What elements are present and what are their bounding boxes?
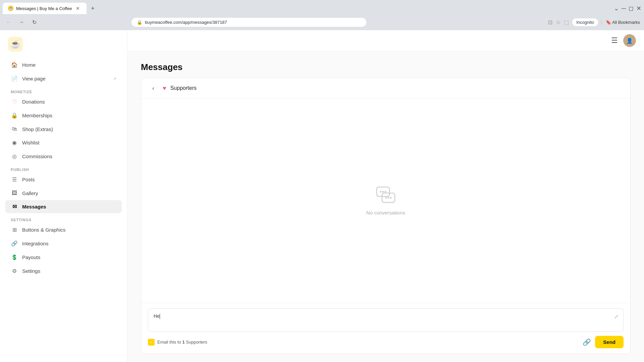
sidebar-item-label: Donations bbox=[22, 99, 116, 105]
payouts-icon: 💲 bbox=[11, 254, 18, 260]
integrations-icon: 🔗 bbox=[11, 240, 18, 247]
sidebar-item-commissions[interactable]: ◎ Commissions bbox=[5, 150, 122, 163]
new-tab-button[interactable]: + bbox=[88, 4, 97, 13]
reload-button[interactable]: ↻ bbox=[30, 17, 39, 27]
no-conversations-text: No conversations bbox=[366, 210, 405, 216]
tab-bar: ☕ Messages | Buy Me a Coffee ✕ + ⌄ ─ ◻ ✕ bbox=[0, 0, 644, 14]
sidebar-item-buttons-graphics[interactable]: ⊞ Buttons & Graphics bbox=[5, 223, 122, 236]
compose-area: He ⤢ ✓ Email this to 1 Supporters 🔗 Send bbox=[141, 303, 630, 354]
email-label-suffix: Supporters bbox=[185, 340, 207, 345]
supporters-heart-icon: ♥ bbox=[163, 85, 166, 92]
sidebar-item-view-page[interactable]: 📄 View page ↗ bbox=[5, 72, 122, 85]
page-title: Messages bbox=[141, 62, 631, 72]
avatar[interactable]: 👤 bbox=[623, 34, 636, 47]
compose-input[interactable]: He ⤢ bbox=[148, 308, 624, 332]
sidebar-item-wishlist[interactable]: ◉ Wishlist bbox=[5, 136, 122, 149]
app-container: ☕ 🏠 Home 📄 View page ↗ MONETIZE ♡ Donati… bbox=[0, 30, 644, 362]
sidebar-item-label: View page bbox=[22, 76, 109, 81]
tab-close-button[interactable]: ✕ bbox=[74, 5, 81, 12]
no-conversations-icon bbox=[374, 186, 397, 206]
messages-empty-state: No conversations bbox=[141, 99, 630, 303]
sidebar-item-label: Gallery bbox=[22, 190, 116, 196]
text-cursor bbox=[160, 314, 160, 319]
wishlist-icon: ◉ bbox=[11, 139, 18, 146]
tab-favicon: ☕ bbox=[8, 6, 13, 11]
sidebar-nav: 🏠 Home 📄 View page ↗ MONETIZE ♡ Donation… bbox=[0, 58, 127, 362]
posts-icon: ☰ bbox=[11, 176, 18, 183]
email-checkbox-group: ✓ Email this to 1 Supporters bbox=[148, 339, 579, 346]
messages-icon: ✉ bbox=[11, 203, 18, 210]
sidebar-item-posts[interactable]: ☰ Posts bbox=[5, 173, 122, 186]
lock-icon: 🔒 bbox=[137, 20, 142, 25]
cast-icon: ⊡ bbox=[548, 19, 552, 25]
sidebar-item-gallery[interactable]: 🖼 Gallery bbox=[5, 187, 122, 199]
sidebar-item-label: Posts bbox=[22, 177, 116, 182]
supporters-label: Supporters bbox=[170, 85, 197, 91]
page-header: Messages bbox=[127, 51, 644, 78]
compose-footer: ✓ Email this to 1 Supporters 🔗 Send bbox=[148, 336, 624, 348]
back-nav-button[interactable]: ← bbox=[4, 17, 13, 27]
gallery-icon: 🖼 bbox=[11, 190, 18, 196]
attach-button[interactable]: 🔗 bbox=[583, 338, 591, 346]
sidebar-item-integrations[interactable]: 🔗 Integrations bbox=[5, 237, 122, 250]
extensions-icon[interactable]: ⬚ bbox=[564, 19, 569, 25]
back-button[interactable]: ‹ bbox=[148, 83, 159, 94]
url-input[interactable]: 🔒 buymeacoffee.com/app/messages/387187 bbox=[131, 18, 366, 27]
sidebar-item-settings[interactable]: ⚙ Settings bbox=[5, 264, 122, 278]
sidebar-item-payouts[interactable]: 💲 Payouts bbox=[5, 251, 122, 264]
maximize-button[interactable]: ◻ bbox=[629, 5, 634, 12]
top-bar-actions: ☰ 👤 bbox=[611, 34, 636, 47]
sidebar-item-memberships[interactable]: 🔒 Memberships bbox=[5, 109, 122, 122]
bottom-spacer bbox=[127, 354, 644, 362]
logo-icon: ☕ bbox=[8, 37, 23, 52]
messages-panel: ‹ ♥ Supporters bbox=[141, 78, 631, 354]
sidebar-item-home[interactable]: 🏠 Home bbox=[5, 58, 122, 71]
minimize-button[interactable]: ─ bbox=[622, 5, 626, 12]
close-window-button[interactable]: ✕ bbox=[636, 5, 641, 12]
send-button[interactable]: Send bbox=[595, 336, 624, 348]
browser-right-icons: ⊡ ☆ ⬚ Incognito 🔖 All Bookmarks bbox=[548, 18, 640, 26]
forward-nav-button[interactable]: → bbox=[17, 17, 26, 27]
sidebar-item-label: Integrations bbox=[22, 241, 116, 246]
tab-dropdown-button[interactable]: ⌄ bbox=[614, 5, 619, 12]
publish-section-label: PUBLISH bbox=[5, 164, 122, 173]
active-tab[interactable]: ☕ Messages | Buy Me a Coffee ✕ bbox=[3, 3, 87, 14]
svg-point-6 bbox=[388, 197, 389, 199]
settings-section-label: SETTINGS bbox=[5, 214, 122, 223]
sidebar-logo: ☕ bbox=[0, 30, 127, 58]
sidebar-item-label: Commissions bbox=[22, 154, 116, 159]
sidebar-item-messages[interactable]: ✉ Messages bbox=[5, 200, 122, 213]
profile-button[interactable]: Incognito bbox=[572, 18, 598, 26]
profile-label: Incognito bbox=[576, 20, 594, 25]
supporters-count: 1 bbox=[182, 340, 184, 345]
external-link-icon: ↗ bbox=[113, 76, 116, 81]
messages-toolbar: ‹ ♥ Supporters bbox=[141, 78, 630, 99]
commissions-icon: ◎ bbox=[11, 153, 18, 160]
settings-icon: ⚙ bbox=[11, 268, 18, 274]
hamburger-menu-button[interactable]: ☰ bbox=[611, 36, 618, 45]
sidebar-item-label: Messages bbox=[22, 204, 116, 209]
sidebar-item-donations[interactable]: ♡ Donations bbox=[5, 95, 122, 108]
top-bar: ☰ 👤 bbox=[127, 30, 644, 51]
expand-button[interactable]: ⤢ bbox=[614, 313, 619, 320]
page-icon: 📄 bbox=[11, 75, 18, 82]
svg-point-7 bbox=[390, 197, 392, 199]
tab-controls: ⌄ ─ ◻ ✕ bbox=[614, 5, 641, 12]
bookmarks-section: 🔖 All Bookmarks bbox=[601, 20, 640, 25]
sidebar-item-label: Buttons & Graphics bbox=[22, 227, 116, 233]
main-content: ☰ 👤 Messages ‹ ♥ Supporters bbox=[127, 30, 644, 362]
address-bar: ← → ↻ 🔒 buymeacoffee.com/app/messages/38… bbox=[0, 14, 644, 30]
bookmarks-label: All Bookmarks bbox=[612, 20, 640, 25]
buttons-graphics-icon: ⊞ bbox=[11, 227, 18, 233]
bookmark-star-icon[interactable]: ☆ bbox=[556, 19, 560, 25]
home-icon: 🏠 bbox=[11, 62, 18, 68]
email-checkbox[interactable]: ✓ bbox=[148, 339, 155, 346]
svg-point-2 bbox=[382, 191, 384, 193]
sidebar-item-label: Shop (Extras) bbox=[22, 126, 116, 132]
sidebar-item-shop[interactable]: 🛍 Shop (Extras) bbox=[5, 123, 122, 135]
sidebar-item-label: Wishlist bbox=[22, 140, 116, 145]
bookmarks-icon: 🔖 bbox=[606, 20, 611, 25]
sidebar-item-label: Payouts bbox=[22, 254, 116, 260]
monetize-section-label: MONETIZE bbox=[5, 86, 122, 95]
svg-point-1 bbox=[380, 191, 382, 193]
